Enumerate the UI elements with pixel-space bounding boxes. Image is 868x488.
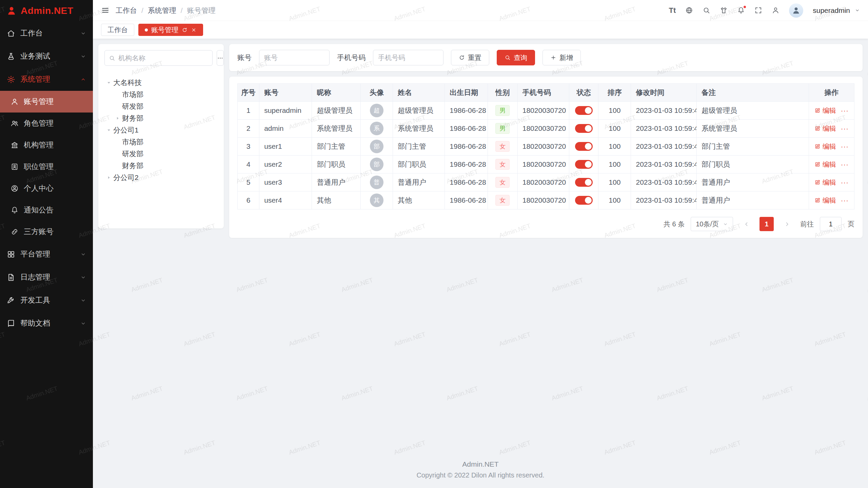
status-toggle[interactable] [575,142,593,151]
edit-button[interactable]: 编辑 [814,196,836,205]
goto-label: 前往 [800,220,814,229]
tree-node-0[interactable]: 大名科技 [104,77,218,88]
cell-name: 普通用户 [393,174,445,191]
tree-node-label: 市场部 [122,137,143,147]
building-icon [11,141,19,149]
cell-avatar: 部 [360,156,393,174]
sidebar-subitem-notice[interactable]: 通知公告 [0,199,93,221]
status-toggle[interactable] [575,106,593,115]
row-more-button[interactable]: ··· [841,107,849,114]
edit-button[interactable]: 编辑 [814,142,836,151]
row-more-button[interactable]: ··· [841,125,849,132]
avatar[interactable] [789,3,803,18]
tree-node-label: 分公司2 [113,173,139,182]
pagination: 共 6 条 10条/页 1 前 [237,217,854,231]
breadcrumb-item-2[interactable]: 账号管理 [187,6,216,15]
refresh-icon[interactable] [182,27,188,33]
cell-name: 其他 [393,191,445,209]
page-1-button[interactable]: 1 [760,217,774,231]
tab-workbench[interactable]: 工作台 [101,24,134,36]
status-toggle[interactable] [575,196,593,205]
caret-right-icon[interactable] [113,114,122,123]
row-avatar: 普 [370,176,383,189]
reset-button[interactable]: 重置 [451,50,489,65]
query-button[interactable]: 查询 [497,50,535,65]
edit-button[interactable]: 编辑 [814,160,836,169]
sidebar-subitem-account[interactable]: 账号管理 [0,91,93,113]
theme-icon[interactable] [720,6,728,14]
collapse-menu-icon[interactable] [101,6,110,15]
table-row-user2: 4user2部门职员部部门职员1986-06-28女18020030720100… [238,156,854,174]
wrench-icon [7,296,15,305]
row-more-button[interactable]: ··· [841,197,849,204]
sidebar-item-system[interactable]: 系统管理 [0,68,93,91]
cell-modified_time: 2023-01-03 10:59:44 [631,102,696,120]
sidebar-item-devtools[interactable]: 开发工具 [0,289,93,312]
caret-down-icon[interactable] [104,78,113,87]
caret-down-icon[interactable] [104,126,113,135]
breadcrumb-item-0[interactable]: 工作台 [116,6,137,15]
edit-button[interactable]: 编辑 [814,106,836,115]
edit-icon [814,143,821,149]
sidebar-item-log[interactable]: 日志管理 [0,266,93,289]
cell-remark: 普通用户 [696,174,809,191]
add-button[interactable]: 新增 [542,50,581,65]
submenu-item-label: 角色管理 [24,118,54,128]
tree-node-7[interactable]: 财务部 [104,160,218,171]
org-search-input[interactable] [118,54,208,62]
font-size-icon[interactable]: Tt [669,6,676,15]
status-toggle[interactable] [575,160,593,169]
org-search-field[interactable] [104,50,213,66]
sidebar-subitem-position[interactable]: 职位管理 [0,156,93,178]
tree-node-3[interactable]: 财务部 [104,112,218,124]
sex-tag: 女 [495,195,510,206]
fullscreen-icon[interactable] [754,6,762,14]
edit-button[interactable]: 编辑 [814,178,836,187]
user-outline-icon[interactable] [772,6,780,14]
tree-node-4[interactable]: 分公司1 [104,124,218,136]
tree-node-8[interactable]: 分公司2 [104,171,218,183]
users-icon [11,119,19,127]
user-chevron-down-icon[interactable] [855,8,860,13]
submenu-item-label: 机构管理 [24,140,54,150]
tree-node-1[interactable]: 市场部 [104,88,218,100]
page-size-select[interactable]: 10条/页 [691,217,733,231]
prev-page-button[interactable] [739,217,753,231]
next-page-button[interactable] [780,217,794,231]
sidebar-subitem-profile[interactable]: 个人中心 [0,178,93,199]
account-filter-input[interactable] [259,50,330,65]
notifications-bell[interactable] [737,6,745,14]
status-toggle[interactable] [575,178,593,187]
cell-seq: 4 [238,156,259,174]
sidebar-subitem-org[interactable]: 机构管理 [0,134,93,156]
sidebar-item-business-test[interactable]: 业务测试 [0,45,93,68]
row-more-button[interactable]: ··· [841,179,849,186]
goto-page-input[interactable] [820,217,842,231]
close-icon[interactable] [191,27,197,33]
org-more-button[interactable] [217,50,224,66]
search-icon[interactable] [703,6,710,14]
breadcrumb-item-1[interactable]: 系统管理 [148,6,176,15]
tree-node-5[interactable]: 市场部 [104,136,218,148]
sidebar-item-platform[interactable]: 平台管理 [0,243,93,266]
sidebar-subitem-third-account[interactable]: 三方账号 [0,221,93,243]
row-more-button[interactable]: ··· [841,161,849,168]
sidebar-item-help[interactable]: 帮助文档 [0,312,93,335]
row-more-button[interactable]: ··· [841,143,849,150]
username[interactable]: superadmin [813,6,850,15]
status-toggle[interactable] [575,124,593,133]
notification-badge [743,5,747,9]
phone-filter-input[interactable] [373,50,443,65]
sidebar-subitem-role[interactable]: 角色管理 [0,113,93,134]
sidebar-item-workbench[interactable]: 工作台 [0,22,93,45]
tree-node-6[interactable]: 研发部 [104,148,218,160]
cell-name: 部门主管 [393,138,445,156]
tab-account[interactable]: 账号管理 [138,24,203,36]
tree-node-2[interactable]: 研发部 [104,100,218,112]
cell-sort: 100 [598,120,631,138]
cell-ops: 编辑··· [809,102,854,120]
logo[interactable]: Admin.NET [0,0,93,22]
caret-right-icon[interactable] [104,173,113,182]
language-icon[interactable] [685,6,693,14]
edit-button[interactable]: 编辑 [814,124,836,133]
